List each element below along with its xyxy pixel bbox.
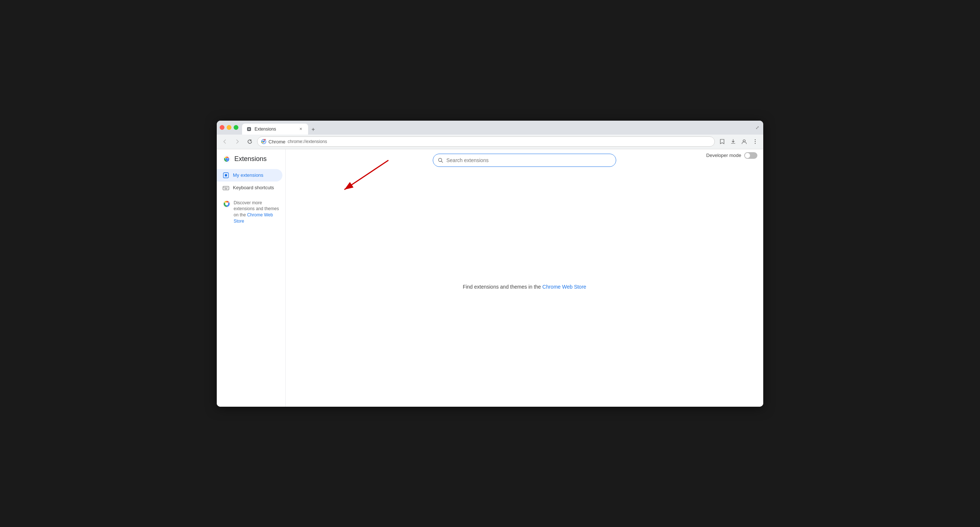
forward-icon <box>234 139 240 145</box>
new-tab-button[interactable]: + <box>308 124 318 135</box>
sidebar-item-keyboard-shortcuts[interactable]: Keyboard shortcuts <box>217 182 282 194</box>
page-content: Extensions My extensions <box>217 149 763 407</box>
sidebar-promo: Discover more extensions and themes on t… <box>217 194 285 224</box>
bookmark-button[interactable] <box>717 137 727 147</box>
maximize-button[interactable] <box>234 125 239 130</box>
download-button[interactable] <box>728 137 738 147</box>
nav-actions <box>717 137 760 147</box>
extensions-search-bar[interactable] <box>433 154 616 167</box>
forward-button[interactable] <box>232 137 242 147</box>
keyboard-icon-svg <box>223 185 229 191</box>
active-tab[interactable]: Extensions ✕ <box>242 124 308 135</box>
main-area: Developer mode Find extensions and theme… <box>286 149 763 407</box>
developer-mode-area: Developer mode <box>706 152 757 159</box>
svg-rect-13 <box>224 187 224 188</box>
sidebar-title: Extensions <box>234 155 267 163</box>
developer-mode-toggle[interactable] <box>744 152 757 159</box>
svg-point-9 <box>226 158 228 160</box>
developer-mode-label: Developer mode <box>706 153 741 158</box>
sidebar-item-my-extensions[interactable]: My extensions <box>217 169 282 182</box>
svg-point-6 <box>755 143 756 144</box>
address-url: chrome://extensions <box>288 139 327 144</box>
search-input[interactable] <box>446 157 611 163</box>
web-store-icon <box>223 200 231 208</box>
address-host: Chrome <box>269 139 285 145</box>
top-bar-wrapper: Developer mode <box>286 149 763 167</box>
address-favicon-icon <box>261 139 266 144</box>
nav-bar: Chrome chrome://extensions <box>217 135 763 149</box>
search-container <box>293 154 756 167</box>
svg-point-5 <box>755 141 756 142</box>
svg-rect-12 <box>223 186 229 190</box>
minimize-button[interactable] <box>227 125 231 130</box>
more-button[interactable] <box>750 137 760 147</box>
search-icon <box>438 157 444 163</box>
toggle-knob <box>745 153 750 158</box>
tab-bar: Extensions ✕ + <box>242 121 754 135</box>
sidebar-item-label-keyboard-shortcuts: Keyboard shortcuts <box>233 185 274 190</box>
back-button[interactable] <box>220 137 230 147</box>
empty-state-message: Find extensions and themes in the Chrome… <box>286 284 763 290</box>
more-icon <box>752 139 758 145</box>
account-button[interactable] <box>739 137 749 147</box>
sidebar: Extensions My extensions <box>217 149 286 407</box>
svg-rect-14 <box>225 187 226 188</box>
puzzle-icon <box>223 172 229 178</box>
account-icon <box>741 139 747 145</box>
title-bar: Extensions ✕ + ⤢ <box>217 121 763 135</box>
my-extensions-icon <box>223 172 229 178</box>
sidebar-header: Extensions <box>217 155 285 169</box>
bookmark-icon <box>719 139 725 145</box>
promo-text: Discover more extensions and themes on t… <box>234 200 280 224</box>
browser-window: Extensions ✕ + ⤢ <box>217 121 763 407</box>
reload-button[interactable] <box>245 137 255 147</box>
empty-state-area: Find extensions and themes in the Chrome… <box>286 167 763 407</box>
svg-point-4 <box>755 139 756 140</box>
download-icon <box>730 139 736 145</box>
back-icon <box>222 139 228 145</box>
resize-icon[interactable]: ⤢ <box>754 125 760 131</box>
address-bar[interactable]: Chrome chrome://extensions <box>257 137 715 147</box>
tab-title: Extensions <box>255 127 295 132</box>
svg-point-3 <box>743 140 745 142</box>
keyboard-icon <box>223 185 229 191</box>
chrome-logo-icon <box>223 155 231 163</box>
sidebar-navigation: My extensions Keyboard shortcuts <box>217 169 285 194</box>
chrome-web-store-empty-link[interactable]: Chrome Web Store <box>542 284 587 290</box>
window-controls <box>220 125 239 130</box>
svg-rect-15 <box>227 187 228 188</box>
svg-rect-11 <box>225 174 227 177</box>
sidebar-item-label-my-extensions: My extensions <box>233 172 263 178</box>
tab-favicon-icon <box>247 127 251 132</box>
tab-close-button[interactable]: ✕ <box>298 126 304 132</box>
svg-point-18 <box>225 202 228 205</box>
svg-rect-16 <box>224 188 228 189</box>
reload-icon <box>247 139 253 145</box>
close-button[interactable] <box>220 125 224 130</box>
